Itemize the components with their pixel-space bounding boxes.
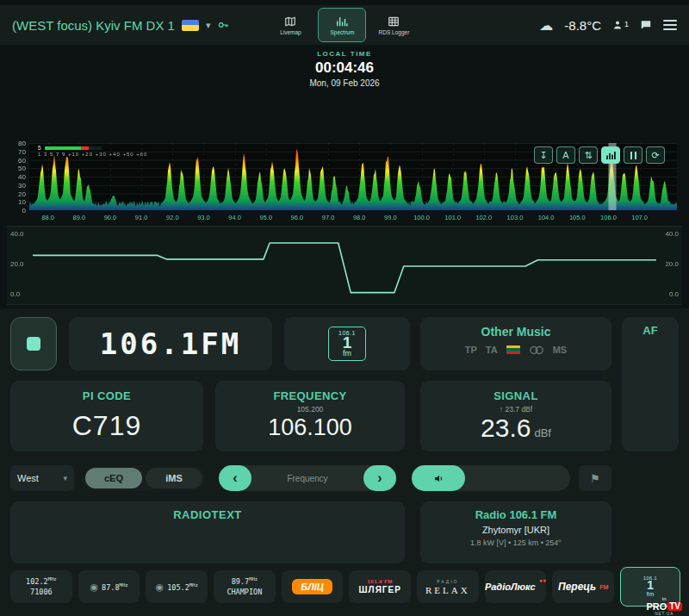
logo-caption: РАДІО bbox=[437, 579, 458, 584]
volume-fill[interactable] bbox=[412, 465, 465, 491]
listeners-indicator[interactable]: 1 bbox=[612, 20, 629, 30]
smeter-bar bbox=[45, 146, 102, 150]
rds-logger-icon bbox=[388, 16, 400, 28]
frequency-stepper: ‹ Frequency › bbox=[219, 465, 396, 491]
signal-peak: ↑ 23.7 dBf bbox=[420, 405, 611, 414]
frequency-tick: 100.0 bbox=[412, 214, 432, 221]
db-tick: 10 bbox=[7, 198, 26, 206]
step-up-button[interactable]: › bbox=[363, 465, 396, 491]
rds-ms-flag: MS bbox=[553, 345, 568, 355]
preset-button-8[interactable]: РадіоЛюкс●● bbox=[485, 570, 547, 603]
listener-count: 1 bbox=[624, 20, 629, 28]
spectrum-icon bbox=[336, 16, 348, 28]
ims-button[interactable]: iMS bbox=[146, 468, 202, 488]
frequency-tick: 107.0 bbox=[630, 214, 650, 221]
nav-label: Livemap bbox=[280, 29, 301, 35]
play-stop-button[interactable] bbox=[10, 317, 57, 370]
local-date: Mon, 09 Feb 2026 bbox=[0, 78, 689, 88]
signal-panel: SIGNAL ↑ 23.7 dBf 23.6dBf bbox=[420, 381, 611, 451]
history-canvas bbox=[33, 233, 656, 299]
ceq-button[interactable]: cEQ bbox=[85, 468, 142, 488]
station-logo: 106.1 1 fm bbox=[328, 327, 366, 361]
preset-button-1[interactable]: 102.2MHz71006 bbox=[10, 570, 72, 603]
spectrum-refresh-button[interactable]: ⟳ bbox=[646, 146, 665, 164]
report-flag-button[interactable]: ⚑ bbox=[579, 465, 611, 491]
hamburger-menu-icon[interactable] bbox=[663, 17, 677, 33]
station-name: Radio 106.1 FM bbox=[420, 508, 611, 521]
blitz-logo: БЛІЦ bbox=[292, 579, 332, 594]
preset-label: CHAMPION bbox=[227, 588, 262, 597]
region-select-value: West bbox=[17, 473, 39, 483]
frequency-tick: 93.0 bbox=[193, 214, 214, 221]
nav-livemap[interactable]: Livemap bbox=[267, 9, 313, 41]
signal-value: 23.6 bbox=[481, 414, 531, 442]
db-tick: 30 bbox=[7, 182, 26, 190]
header: (WEST focus) Kyiv FM DX 1 ▾ LivemapSpect… bbox=[0, 5, 689, 45]
preset-button-9[interactable]: ПерецьFM bbox=[552, 570, 614, 603]
history-tick: 40.0 bbox=[10, 230, 24, 238]
key-icon[interactable] bbox=[217, 19, 229, 31]
tuned-frequency-display: 106.1FM bbox=[69, 317, 272, 370]
preset-button-4[interactable]: 89.7MHzCHAMPION bbox=[214, 570, 276, 603]
radiotext-label: RADIOTEXT bbox=[10, 508, 405, 521]
signal-meter: 5 1 3 5 7 9 +10 +20 +30 +40 +50 +60 bbox=[38, 145, 147, 157]
signal-unit: dBf bbox=[534, 426, 551, 439]
frequency-tick: 90.0 bbox=[100, 214, 121, 221]
chevron-down-icon[interactable]: ▾ bbox=[206, 20, 211, 31]
frequency-tick: 105.0 bbox=[567, 214, 587, 221]
chat-icon[interactable] bbox=[640, 19, 652, 31]
smeter-value: 5 bbox=[38, 145, 41, 151]
frequency-tick: 92.0 bbox=[162, 214, 183, 221]
top-nav: LivemapSpectrumRDS Logger bbox=[267, 9, 417, 41]
spectrum-pause-button[interactable] bbox=[624, 146, 642, 164]
person-icon bbox=[612, 20, 623, 30]
radiotext-value bbox=[10, 521, 405, 538]
preset-button-6[interactable]: 101.9 FMШЛЯГЕР bbox=[349, 570, 411, 603]
frequency-tick: 96.0 bbox=[287, 214, 307, 221]
volume-slider[interactable] bbox=[412, 465, 570, 491]
frequency-tick: 97.0 bbox=[318, 214, 338, 221]
nav-spectrum[interactable]: Spectrum bbox=[319, 9, 365, 41]
frequency-tick: 88.0 bbox=[38, 214, 59, 221]
preset-button-7[interactable]: РАДІОRELAX bbox=[417, 570, 479, 603]
db-tick: 20 bbox=[7, 190, 26, 198]
stop-icon bbox=[27, 337, 40, 351]
nav-label: RDS Logger bbox=[379, 29, 410, 35]
spectrum-toolbar: ↧A⇅⟳ bbox=[534, 146, 665, 164]
frequency-tick: 91.0 bbox=[131, 214, 152, 221]
preset-frequency: 105.2MHz bbox=[167, 582, 198, 592]
spectrum-autoscale-button[interactable]: ⇅ bbox=[579, 146, 598, 164]
rds-info-panel: Other Music TP TA MS bbox=[420, 317, 611, 370]
relax-logo: RELAX bbox=[425, 585, 470, 595]
temperature-value: -8.8°C bbox=[564, 18, 601, 33]
preset-frequency: 102.2MHz bbox=[26, 576, 57, 587]
tuned-frequency-text: 106.1FM bbox=[100, 327, 241, 361]
perets-logo: Перець bbox=[558, 581, 596, 593]
history-tick: 20.0 bbox=[10, 260, 24, 268]
signal-value-row: 23.6dBf bbox=[420, 414, 611, 443]
preset-button-2[interactable]: ◉87.8MHz bbox=[78, 570, 140, 603]
station-logo-panel: 106.1 1 fm bbox=[284, 317, 410, 370]
frequency-tick: 103.0 bbox=[505, 214, 525, 221]
station-details: 1.8 kW [V] • 125 km • 254° bbox=[420, 538, 611, 547]
region-select[interactable]: West ▾ bbox=[10, 465, 74, 491]
db-tick: 60 bbox=[7, 157, 26, 165]
preset-button-3[interactable]: ◉105.2MHz bbox=[146, 570, 208, 603]
chevron-down-icon: ▾ bbox=[63, 474, 67, 482]
spectrum-spectrum-graph-button[interactable] bbox=[601, 146, 620, 164]
weather-cloud-icon[interactable]: ☁ bbox=[539, 17, 553, 34]
preset-button-5[interactable]: БЛІЦ bbox=[282, 570, 344, 603]
step-down-button[interactable]: ‹ bbox=[219, 465, 251, 491]
spectrum-A-button[interactable]: A bbox=[556, 146, 575, 164]
nav-rds-logger[interactable]: RDS Logger bbox=[370, 9, 417, 41]
local-time-block: LOCAL TIME 00:04:46 Mon, 09 Feb 2026 bbox=[0, 50, 689, 88]
local-time-value: 00:04:46 bbox=[0, 59, 689, 77]
page-title: (WEST focus) Kyiv FM DX 1 bbox=[12, 18, 175, 33]
spectrum-graph[interactable]: 80706050403020100 88.089.090.091.092.093… bbox=[7, 134, 682, 224]
frequency-tick: 98.0 bbox=[349, 214, 369, 221]
rds-tp-flag: TP bbox=[465, 345, 477, 355]
cherry-icon: ●● bbox=[539, 577, 546, 583]
eq-ims-toggle: cEQ iMS bbox=[83, 465, 205, 491]
tuner-title-group: (WEST focus) Kyiv FM DX 1 ▾ bbox=[12, 18, 229, 33]
spectrum-download-button[interactable]: ↧ bbox=[534, 146, 553, 164]
